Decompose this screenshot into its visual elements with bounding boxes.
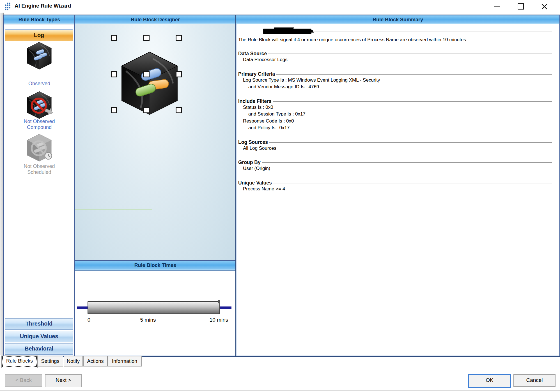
- summary-section-data-source: Data SourceData Processor Logs: [238, 51, 555, 63]
- time-tick-5: 5 mins: [135, 317, 161, 323]
- summary-section-title: Primary Criteria: [238, 71, 275, 77]
- summary-line: Data Processor Logs: [238, 56, 555, 63]
- wizard-tab-bar: Rule BlocksSettingsNotifyActionsInformat…: [0, 356, 560, 370]
- summary-body: The Rule Block will signal if 4 or more …: [237, 24, 559, 356]
- not-observed-compound-label-line1[interactable]: Not Observed: [4, 119, 75, 124]
- selection-handle-bottom-center[interactable]: [143, 107, 150, 113]
- selection-handle-middle-left[interactable]: [111, 71, 117, 77]
- redacted-title-bar: [263, 29, 311, 34]
- summary-line: and Session Type Is : 0x17: [238, 111, 555, 118]
- back-button[interactable]: < Back: [5, 374, 42, 387]
- not-observed-compound-label-line2[interactable]: Compound: [4, 124, 75, 130]
- time-tick-10: 10 mins: [203, 317, 234, 323]
- not-observed-compound-cube-icon[interactable]: [20, 90, 58, 120]
- observed-cube-icon[interactable]: [20, 41, 58, 71]
- summary-section-group-by: Group ByUser (Origin): [238, 160, 555, 172]
- summary-intro-text: The Rule Block will signal if 4 or more …: [238, 37, 555, 43]
- summary-title-rule: [313, 31, 552, 31]
- tab-information[interactable]: Information: [107, 356, 142, 366]
- selection-handle-top-right[interactable]: [176, 35, 182, 41]
- tab-settings[interactable]: Settings: [37, 356, 63, 366]
- summary-line: and Policy Is : 0x17: [238, 124, 555, 132]
- minimize-button[interactable]: [489, 0, 505, 13]
- observed-label[interactable]: Observed: [4, 81, 75, 87]
- rule-block-times-panel: Rule Block Times 0 5 mins 10 mins: [74, 260, 236, 356]
- title-bar: AI Engine Rule Wizard: [0, 0, 560, 13]
- selection-handle-top-left[interactable]: [111, 35, 117, 41]
- not-observed-scheduled-label-line1[interactable]: Not Observed: [4, 163, 75, 169]
- close-button[interactable]: [536, 0, 552, 13]
- designer-gridline-horizontal: [75, 209, 152, 210]
- summary-section-title: Group By: [238, 160, 261, 165]
- summary-section-rule: [269, 142, 552, 143]
- designer-canvas[interactable]: [75, 24, 235, 260]
- summary-sections: Data SourceData Processor LogsPrimary Cr…: [238, 51, 555, 192]
- summary-line: Response Code Is : 0x0: [238, 118, 555, 125]
- summary-line: All Log Sources: [238, 145, 555, 152]
- summary-section-title: Unique Values: [238, 180, 272, 186]
- window-title: AI Engine Rule Wizard: [15, 3, 71, 9]
- selection-handle-middle-center[interactable]: [143, 71, 150, 77]
- ok-button[interactable]: OK: [468, 374, 511, 388]
- summary-section-rule: [273, 183, 552, 183]
- summary-line: and Vendor Message ID Is : 4769: [238, 84, 555, 91]
- summary-title-row: [238, 28, 555, 34]
- bottom-divider: [0, 390, 560, 391]
- summary-section-rule: [262, 162, 552, 163]
- summary-section-header: Include Filters: [238, 98, 555, 104]
- summary-section-include-filters: Include FiltersStatus Is : 0x0and Sessio…: [238, 98, 555, 132]
- time-tick-0: 0: [85, 317, 93, 323]
- summary-section-title: Log Sources: [238, 139, 268, 145]
- summary-section-header: Data Source: [238, 51, 555, 56]
- behavioral-category-button[interactable]: Behavioral: [5, 343, 73, 355]
- not-observed-scheduled-cube-icon[interactable]: [20, 133, 58, 163]
- rule-block-times-header: Rule Block Times: [75, 261, 236, 271]
- rule-block-cube[interactable]: [116, 39, 183, 128]
- summary-line: Log Source Type Is : MS Windows Event Lo…: [238, 77, 555, 84]
- summary-section-unique-values: Unique ValuesProcess Name >= 4: [238, 180, 555, 193]
- summary-section-primary-criteria: Primary CriteriaLog Source Type Is : MS …: [238, 71, 555, 91]
- summary-line: Status Is : 0x0: [238, 104, 555, 111]
- tab-notify[interactable]: Notify: [64, 356, 83, 366]
- summary-section-log-sources: Log SourcesAll Log Sources: [238, 139, 555, 152]
- maximize-icon: [518, 3, 524, 10]
- selection-handle-middle-right[interactable]: [176, 71, 182, 77]
- next-button[interactable]: Next >: [45, 374, 82, 387]
- minimize-icon: [494, 6, 500, 7]
- rule-block-summary-panel: Rule Block Summary The Rule Block will s…: [236, 15, 560, 356]
- summary-line: User (Origin): [238, 165, 555, 172]
- threshold-category-button[interactable]: Threshold: [5, 318, 73, 330]
- summary-section-header: Log Sources: [238, 139, 555, 145]
- selection-handle-bottom-right[interactable]: [176, 107, 182, 113]
- log-category-button[interactable]: Log: [5, 29, 73, 41]
- not-observed-scheduled-label-line2[interactable]: Scheduled: [4, 169, 75, 175]
- summary-section-header: Group By: [238, 160, 555, 165]
- summary-section-rule: [268, 54, 552, 54]
- summary-section-rule: [273, 101, 552, 102]
- unique-values-category-button[interactable]: Unique Values: [5, 331, 73, 342]
- time-range-bar[interactable]: [88, 301, 220, 314]
- summary-section-title: Include Filters: [238, 98, 272, 104]
- maximize-button[interactable]: [513, 0, 529, 13]
- close-icon: [541, 3, 547, 10]
- rule-block-types-header: Rule Block Types: [4, 15, 75, 24]
- rule-block-designer-header: Rule Block Designer: [75, 15, 236, 24]
- summary-section-title: Data Source: [238, 51, 267, 56]
- tab-rule-blocks[interactable]: Rule Blocks: [1, 356, 38, 368]
- summary-line: Process Name >= 4: [238, 186, 555, 193]
- rule-block-summary-header: Rule Block Summary: [236, 15, 559, 24]
- summary-section-rule: [276, 74, 552, 75]
- app-icon: [4, 2, 13, 11]
- summary-section-header: Unique Values: [238, 180, 555, 186]
- cancel-button[interactable]: Cancel: [513, 374, 556, 387]
- selection-handle-bottom-left[interactable]: [111, 107, 117, 113]
- rule-block-types-panel: Rule Block Types Log Observed Not Observ…: [3, 15, 75, 356]
- rule-block-designer-panel: Rule Block Designer: [74, 15, 236, 261]
- tab-actions[interactable]: Actions: [83, 356, 107, 366]
- summary-section-header: Primary Criteria: [238, 71, 555, 77]
- selection-handle-top-center[interactable]: [143, 35, 150, 41]
